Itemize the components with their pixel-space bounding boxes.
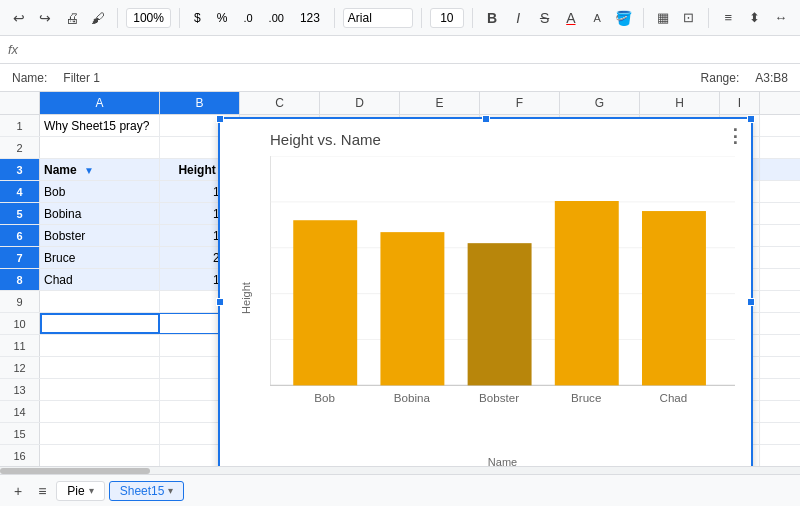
- italic-button[interactable]: I: [507, 6, 529, 30]
- align-button[interactable]: ≡: [717, 6, 739, 30]
- filter-range-value: A3:B8: [755, 71, 788, 85]
- col-header-i[interactable]: I: [720, 92, 760, 114]
- cell-a9[interactable]: [40, 291, 160, 312]
- bar-bruce: [555, 201, 619, 385]
- column-headers: A B C D E F G H I: [0, 92, 800, 115]
- separator-5: [472, 8, 473, 28]
- separator-4: [421, 8, 422, 28]
- sheet-tab-pie-arrow: ▾: [89, 485, 94, 496]
- resize-handle-mr[interactable]: [747, 298, 755, 306]
- col-header-f[interactable]: F: [480, 92, 560, 114]
- highlight-button[interactable]: 🪣: [612, 6, 634, 30]
- horizontal-scrollbar[interactable]: [0, 466, 800, 474]
- bar-bobina: [380, 232, 444, 385]
- font-select[interactable]: Arial: [343, 8, 413, 28]
- bar-chad: [642, 211, 706, 385]
- row-num-5: 5: [0, 203, 40, 224]
- row-num-1: 1: [0, 115, 40, 136]
- sheet-tab-sheet15-label: Sheet15: [120, 484, 165, 498]
- cell-a5[interactable]: Bobina: [40, 203, 160, 224]
- text-color-button[interactable]: A: [586, 6, 608, 30]
- font-size-input[interactable]: 10: [430, 8, 464, 28]
- col-header-c[interactable]: C: [240, 92, 320, 114]
- filter-icon-name: ▼: [84, 165, 94, 176]
- fx-label: fx: [8, 42, 18, 57]
- cell-a1[interactable]: Why Sheet15 pray?: [40, 115, 160, 136]
- row-num-4: 4: [0, 181, 40, 202]
- cell-a7[interactable]: Bruce: [40, 247, 160, 268]
- col-header-d[interactable]: D: [320, 92, 400, 114]
- svg-text:Bobina: Bobina: [394, 392, 431, 404]
- merge-button[interactable]: ⊡: [678, 6, 700, 30]
- valign-button[interactable]: ⬍: [743, 6, 765, 30]
- sheet-tab-sheet15[interactable]: Sheet15 ▾: [109, 481, 185, 501]
- underline-button[interactable]: A: [560, 6, 582, 30]
- percent-button[interactable]: %: [211, 9, 234, 27]
- resize-handle-ml[interactable]: [216, 298, 224, 306]
- scrollbar-thumb[interactable]: [0, 468, 150, 474]
- filter-bar: Name: Filter 1 Range: A3:B8: [0, 64, 800, 92]
- sheets-list-button[interactable]: ≡: [32, 479, 52, 503]
- chart-more-button[interactable]: ⋮: [726, 125, 745, 147]
- row-num-3: 3: [0, 159, 40, 180]
- row-num-8: 8: [0, 269, 40, 290]
- resize-handle-tr[interactable]: [747, 115, 755, 123]
- more-button[interactable]: ↔: [770, 6, 792, 30]
- cell-a2[interactable]: [40, 137, 160, 158]
- col-header-e[interactable]: E: [400, 92, 480, 114]
- chart-container: ⋮ Height vs. Name Height Name: [218, 117, 753, 466]
- print-button[interactable]: 🖨: [61, 6, 83, 30]
- cell-a4[interactable]: Bob: [40, 181, 160, 202]
- bar-bobster: [468, 243, 532, 385]
- sheet-tab-pie[interactable]: Pie ▾: [56, 481, 104, 501]
- redo-button[interactable]: ↪: [34, 6, 56, 30]
- currency-button[interactable]: $: [188, 9, 207, 27]
- col-header-b[interactable]: B: [160, 92, 240, 114]
- chart-title: Height vs. Name: [270, 131, 735, 148]
- undo-button[interactable]: ↩: [8, 6, 30, 30]
- separator-6: [643, 8, 644, 28]
- cell-a3[interactable]: Name ▼: [40, 159, 160, 180]
- paint-format-button[interactable]: 🖌: [87, 6, 109, 30]
- row-num-10: 10: [0, 313, 40, 334]
- borders-button[interactable]: ▦: [652, 6, 674, 30]
- formula-input[interactable]: [30, 42, 792, 57]
- cell-a10[interactable]: [40, 313, 160, 334]
- separator-3: [334, 8, 335, 28]
- row-num-7: 7: [0, 247, 40, 268]
- chart-y-label: Height: [240, 282, 252, 314]
- sheet-content: 1 Why Sheet15 pray? 2: [0, 115, 800, 466]
- sheet-tab-pie-label: Pie: [67, 484, 84, 498]
- col-header-a[interactable]: A: [40, 92, 160, 114]
- bold-button[interactable]: B: [481, 6, 503, 30]
- row-num-9: 9: [0, 291, 40, 312]
- separator-2: [179, 8, 180, 28]
- separator-1: [117, 8, 118, 28]
- corner-cell: [0, 92, 40, 114]
- toolbar: ↩ ↪ 🖨 🖌 100% $ % .0 .00 123 Arial 10 B I…: [0, 0, 800, 36]
- decimal-remove-button[interactable]: .0: [237, 10, 258, 26]
- spreadsheet: A B C D E F G H I 1 Why Sheet15 pray?: [0, 92, 800, 474]
- filter-range-label: Range:: [701, 71, 740, 85]
- chart-svg: 0 50 100 150 200 250 Bob Bobina Bobster: [270, 156, 735, 440]
- format-123-button[interactable]: 123: [294, 9, 326, 27]
- svg-text:Bruce: Bruce: [571, 392, 601, 404]
- sheet-tab-sheet15-arrow: ▾: [168, 485, 173, 496]
- bar-bob: [293, 220, 357, 385]
- cell-a6[interactable]: Bobster: [40, 225, 160, 246]
- formula-bar: fx: [0, 36, 800, 64]
- row-num-2: 2: [0, 137, 40, 158]
- decimal-add-button[interactable]: .00: [263, 10, 290, 26]
- add-sheet-button[interactable]: +: [8, 479, 28, 503]
- svg-text:Bob: Bob: [314, 392, 335, 404]
- col-header-h[interactable]: H: [640, 92, 720, 114]
- resize-handle-tl[interactable]: [216, 115, 224, 123]
- zoom-select[interactable]: 100%: [126, 8, 171, 28]
- strikethrough-button[interactable]: S: [533, 6, 555, 30]
- row-num-6: 6: [0, 225, 40, 246]
- resize-handle-tc[interactable]: [482, 115, 490, 123]
- filter-name-value: Filter 1: [63, 71, 100, 85]
- cell-a8[interactable]: Chad: [40, 269, 160, 290]
- col-header-g[interactable]: G: [560, 92, 640, 114]
- chart-x-label: Name: [488, 456, 517, 466]
